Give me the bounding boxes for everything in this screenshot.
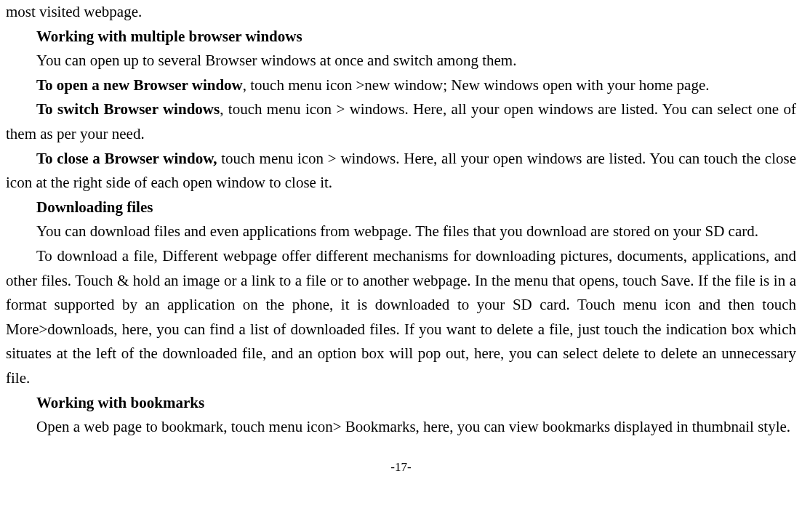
text-switch-windows: To switch Browser windows, touch menu ic… (6, 97, 796, 146)
heading-multiple-windows: Working with multiple browser windows (6, 25, 796, 49)
text-line: You can open up to several Browser windo… (6, 49, 796, 73)
document-body: most visited webpage. Working with multi… (6, 0, 796, 440)
text-open-new-window: To open a new Browser window, touch menu… (6, 73, 796, 98)
text-line: Open a web page to bookmark, touch menu … (6, 415, 796, 440)
text-line: most visited webpage. (6, 0, 796, 25)
heading-downloading-files: Downloading files (6, 196, 796, 220)
bold-label: To close a Browser window, (36, 150, 217, 167)
text-close-window: To close a Browser window, touch menu ic… (6, 147, 796, 196)
text-line: To download a file, Different webpage of… (6, 244, 796, 391)
text-line: You can download files and even applicat… (6, 219, 796, 244)
bold-label: To open a new Browser window (36, 76, 243, 94)
page-number: -17- (6, 457, 796, 477)
heading-bookmarks: Working with bookmarks (6, 391, 796, 416)
text-span: , touch menu icon >new window; New windo… (243, 76, 710, 94)
bold-label: To switch Browser windows (36, 100, 220, 118)
